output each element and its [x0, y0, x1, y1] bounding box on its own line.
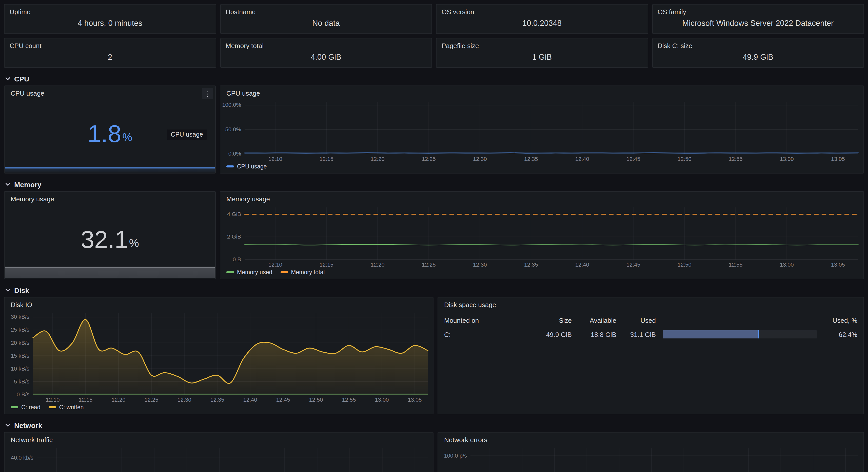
- network-panels-row: Network traffic 0 b/s20.0 kb/s40.0 kb/s1…: [4, 432, 864, 472]
- panel-disk-space-usage: Disk space usage Mounted on Size Availab…: [438, 297, 864, 414]
- svg-text:12:50: 12:50: [678, 262, 691, 268]
- panel-uptime: Uptime 4 hours, 0 minutes: [4, 4, 216, 34]
- chevron-down-icon: [5, 423, 11, 428]
- panel-memory-usage-stat: Memory usage 32.1%: [4, 191, 216, 279]
- section-title: Disk: [14, 286, 29, 294]
- stats-row-1: Uptime 4 hours, 0 minutes Hostname No da…: [4, 4, 864, 34]
- disk-usage-bar-track: [663, 330, 817, 338]
- cpu-panels-row: CPU usage ⋮ 1.8% CPU usage CPU usage 0.0…: [4, 86, 864, 173]
- svg-text:12:55: 12:55: [729, 262, 743, 268]
- col-header-used: Used: [623, 316, 656, 324]
- panel-title[interactable]: Memory total: [226, 42, 426, 49]
- memory-usage-chart[interactable]: 0 B2 GiB4 GiB12:1012:1512:2012:2512:3012…: [220, 204, 863, 268]
- panel-title[interactable]: Disk C: size: [658, 42, 858, 49]
- stat-series-label: CPU usage: [166, 130, 207, 140]
- panel-title[interactable]: Memory usage: [220, 192, 863, 204]
- svg-text:13:00: 13:00: [780, 156, 794, 162]
- panel-cpu-usage-chart: CPU usage 0.0%50.0%100.0%12:1012:1512:20…: [220, 86, 864, 173]
- stat-value: Microsoft Windows Server 2022 Datacenter: [658, 16, 858, 31]
- panel-title[interactable]: OS family: [658, 8, 858, 16]
- disk-panels-row: Disk IO 0 B/s5 kB/s10 kB/s15 kB/s20 kB/s…: [4, 297, 864, 414]
- chart-legend: CPU usage: [220, 162, 863, 173]
- svg-text:12:25: 12:25: [144, 397, 158, 403]
- panel-title[interactable]: Network traffic: [5, 433, 433, 445]
- stat-value: 4.00 GiB: [226, 49, 426, 65]
- panel-network-traffic: Network traffic 0 b/s20.0 kb/s40.0 kb/s1…: [4, 432, 433, 472]
- svg-text:12:20: 12:20: [371, 262, 384, 268]
- stat-unit: %: [129, 230, 139, 250]
- svg-text:13:00: 13:00: [780, 262, 794, 268]
- legend-item[interactable]: C: written: [49, 404, 84, 410]
- legend-item[interactable]: Memory total: [280, 269, 324, 275]
- svg-text:12:30: 12:30: [177, 397, 191, 403]
- svg-text:12:40: 12:40: [575, 262, 589, 268]
- row-toggle-network[interactable]: Network: [4, 418, 864, 432]
- panel-title[interactable]: Disk space usage: [438, 298, 863, 310]
- stat-value: 2: [10, 49, 210, 65]
- svg-text:12:40: 12:40: [575, 156, 589, 162]
- disk-space-table: Mounted on Size Available Used Used, % C…: [438, 310, 863, 344]
- legend-item[interactable]: C: read: [11, 404, 40, 410]
- svg-text:100.0 p/s: 100.0 p/s: [444, 452, 467, 459]
- panel-title[interactable]: Network errors: [438, 433, 863, 445]
- stat-number: 32.1: [81, 228, 128, 252]
- cell-available: 18.8 GiB: [579, 331, 616, 338]
- panel-title[interactable]: Uptime: [10, 8, 210, 16]
- stat-value: 4 hours, 0 minutes: [10, 16, 210, 31]
- legend-label: Memory total: [291, 269, 324, 275]
- panel-network-errors: Network errors 0 p/s50.0 p/s100.0 p/s12:…: [438, 432, 864, 472]
- svg-text:25 kB/s: 25 kB/s: [11, 327, 29, 333]
- panel-title[interactable]: Memory usage: [5, 192, 215, 204]
- svg-text:12:35: 12:35: [210, 397, 224, 403]
- stats-row-2: CPU count 2 Memory total 4.00 GiB Pagefi…: [4, 38, 864, 68]
- memory-panels-row: Memory usage 32.1% Memory usage 0 B2 GiB…: [4, 191, 864, 279]
- panel-title[interactable]: Hostname: [226, 8, 426, 16]
- panel-memory-usage-chart: Memory usage 0 B2 GiB4 GiB12:1012:1512:2…: [220, 191, 864, 279]
- svg-text:13:00: 13:00: [375, 397, 389, 403]
- legend-label: C: read: [21, 404, 40, 410]
- row-toggle-memory[interactable]: Memory: [4, 177, 864, 191]
- svg-text:12:15: 12:15: [79, 397, 92, 403]
- network-traffic-chart[interactable]: 0 b/s20.0 kb/s40.0 kb/s12:1012:1512:2012…: [5, 445, 433, 472]
- table-row: C: 49.9 GiB 18.8 GiB 31.1 GiB 62.4%: [444, 327, 857, 341]
- svg-text:12:50: 12:50: [309, 397, 323, 403]
- panel-title[interactable]: CPU count: [10, 42, 210, 49]
- panel-hostname: Hostname No data: [220, 4, 432, 34]
- stat-value: 1 GiB: [442, 49, 642, 65]
- chart-legend: Memory usedMemory total: [220, 268, 863, 279]
- section-title: Network: [14, 421, 42, 429]
- svg-text:12:45: 12:45: [626, 156, 640, 162]
- panel-title[interactable]: Disk IO: [5, 298, 433, 310]
- cpu-sparkline: [5, 167, 215, 172]
- svg-text:13:05: 13:05: [408, 397, 422, 403]
- legend-item[interactable]: Memory used: [226, 269, 272, 275]
- svg-text:12:15: 12:15: [319, 262, 334, 268]
- svg-text:12:10: 12:10: [269, 262, 282, 268]
- svg-text:2 GiB: 2 GiB: [227, 233, 241, 240]
- panel-title[interactable]: CPU usage: [220, 86, 863, 99]
- panel-cpu-usage-stat: CPU usage ⋮ 1.8% CPU usage: [4, 86, 216, 173]
- svg-text:20 kB/s: 20 kB/s: [11, 340, 29, 346]
- network-errors-chart[interactable]: 0 p/s50.0 p/s100.0 p/s12:1012:1512:2012:…: [438, 445, 863, 472]
- panel-title[interactable]: CPU usage: [5, 86, 215, 99]
- legend-label: C: written: [59, 404, 84, 410]
- disk-io-chart[interactable]: 0 B/s5 kB/s10 kB/s15 kB/s20 kB/s25 kB/s3…: [5, 310, 433, 403]
- legend-label: CPU usage: [237, 163, 267, 169]
- legend-item[interactable]: CPU usage: [226, 163, 267, 169]
- panel-menu-icon[interactable]: ⋮: [202, 88, 213, 99]
- stat-value: No data: [226, 16, 426, 31]
- panel-title[interactable]: OS version: [442, 8, 642, 16]
- row-toggle-disk[interactable]: Disk: [4, 283, 864, 297]
- svg-text:12:30: 12:30: [473, 156, 487, 162]
- cell-used: 31.1 GiB: [623, 331, 656, 338]
- legend-label: Memory used: [237, 269, 272, 275]
- svg-text:50.0%: 50.0%: [225, 126, 241, 133]
- row-toggle-cpu[interactable]: CPU: [4, 72, 864, 86]
- panel-title[interactable]: Pagefile size: [442, 42, 642, 49]
- col-header-available: Available: [579, 316, 616, 324]
- svg-text:12:15: 12:15: [319, 156, 334, 162]
- cpu-usage-chart[interactable]: 0.0%50.0%100.0%12:1012:1512:2012:2512:30…: [220, 99, 863, 162]
- svg-text:0 B/s: 0 B/s: [17, 391, 29, 398]
- svg-text:12:45: 12:45: [626, 262, 640, 268]
- svg-text:12:10: 12:10: [45, 397, 60, 403]
